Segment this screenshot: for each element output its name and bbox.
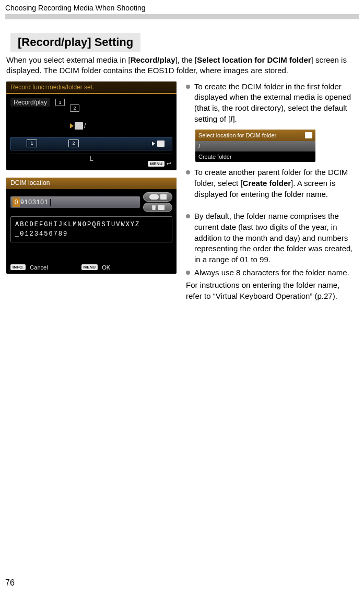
figsmall-row1-text: /: [198, 143, 200, 150]
key-lock-icon: [149, 194, 159, 200]
fig1-slash: /: [84, 122, 86, 130]
trash-icon: [151, 204, 157, 210]
bar-drive-icon: [157, 141, 165, 147]
intro-bold-1: Record/play: [131, 55, 175, 64]
divider-bar: [5, 14, 359, 19]
bullet-4: Always use 8 characters for the folder n…: [186, 267, 358, 278]
bar-triangle-right-icon: [152, 142, 155, 146]
fig2-name-field: 09103101|: [10, 196, 140, 208]
bullet-1-text-a: To create the DCIM folder in the first f…: [194, 82, 351, 123]
fig2-trash-pill: [143, 203, 172, 212]
fig1-title: Record func+media/folder sel.: [6, 81, 177, 94]
fig1-size-label: L: [89, 155, 93, 162]
figsmall-row-create: Create folder: [195, 151, 315, 162]
fig1-divider: [10, 154, 172, 154]
fig2-name-rest: 9103101: [20, 198, 49, 206]
fig2-kbd-line1: ABCDEFGHIJKLMNOPQRSTUVWXYZ: [15, 220, 168, 229]
bullet-2: To create another parent folder for the …: [186, 167, 358, 200]
closing-paragraph: For instructions on entering the folder …: [186, 280, 358, 301]
cancel-label: Cancel: [30, 264, 48, 271]
fig2-bottom-bar: INFO. Cancel MENU OK: [10, 264, 172, 271]
intro-pre: When you select external media in [: [6, 55, 131, 64]
fig1-row-label: Record/play: [10, 98, 50, 107]
info-button-label: INFO.: [10, 264, 26, 270]
bullet-3: By default, the folder name comprises th…: [186, 211, 358, 265]
intro-bold-2: Select location for DCIM folder: [197, 55, 311, 64]
menu-button-label-2: MENU: [81, 264, 98, 270]
bullet-dot-icon: [186, 170, 190, 174]
menu-button-label: MENU: [148, 161, 165, 167]
card-1-icon: 1: [55, 99, 65, 106]
figsmall-row-root: /: [195, 141, 315, 151]
bullet-1-text-b: ].: [232, 114, 237, 123]
fig2-lock-mic-pill: [143, 192, 172, 202]
fig1-menu-indicator: MENU ↩: [148, 160, 171, 167]
delete-key-icon: [158, 205, 165, 210]
running-head: Choosing Recording Media When Shooting: [5, 0, 359, 14]
fig2-kbd-line2: _0123456789: [15, 229, 168, 239]
return-icon: ↩: [167, 160, 171, 167]
intro-mid-1: ], the [: [175, 55, 197, 64]
figure-select-location-screen: Select location for DCIM folder / Create…: [195, 130, 315, 162]
fig1-selected-path: /: [70, 121, 86, 131]
figure-dcim-location-screen: DCIM location 09103101| ABCDEFGHIJKLMNOP…: [6, 178, 177, 274]
bullet-4-text: Always use 8 characters for the folder n…: [194, 267, 358, 278]
intro-paragraph: When you select external media in [Recor…: [5, 52, 359, 79]
bullet-dot-icon: [186, 214, 190, 218]
fig1-selection-bar: 1 2: [10, 137, 172, 150]
bar-card-1-icon: 1: [27, 139, 37, 147]
fig2-virtual-keyboard: ABCDEFGHIJKLMNOPQRSTUVWXYZ _0123456789: [10, 216, 172, 242]
figsmall-row2-text: Create folder: [198, 153, 232, 161]
page-number: 76: [5, 578, 15, 588]
fig2-title: DCIM location: [6, 178, 177, 189]
figure-record-play-screen: Record func+media/folder sel. Record/pla…: [6, 81, 177, 170]
bullet-1: To create the DCIM folder in the first f…: [186, 81, 358, 125]
mic-icon: [160, 194, 167, 200]
bullet-2-bold: Create folder: [243, 179, 291, 188]
ok-label: OK: [102, 264, 110, 271]
figsmall-title: Select location for DCIM folder: [198, 132, 276, 139]
bullet-dot-icon: [186, 85, 190, 89]
caret-icon: |: [50, 198, 52, 206]
triangle-right-icon: [70, 123, 74, 128]
section-title: [Record/play] Setting: [10, 33, 140, 52]
fig2-name-cursor: 0: [13, 197, 20, 207]
drive-small-icon: [305, 132, 312, 138]
drive-icon: [75, 122, 83, 130]
card-2-icon: 2: [70, 104, 79, 112]
bar-card-2-icon: 2: [68, 139, 79, 147]
bullet-3-text: By default, the folder name comprises th…: [194, 211, 358, 265]
bullet-dot-icon: [186, 271, 190, 275]
